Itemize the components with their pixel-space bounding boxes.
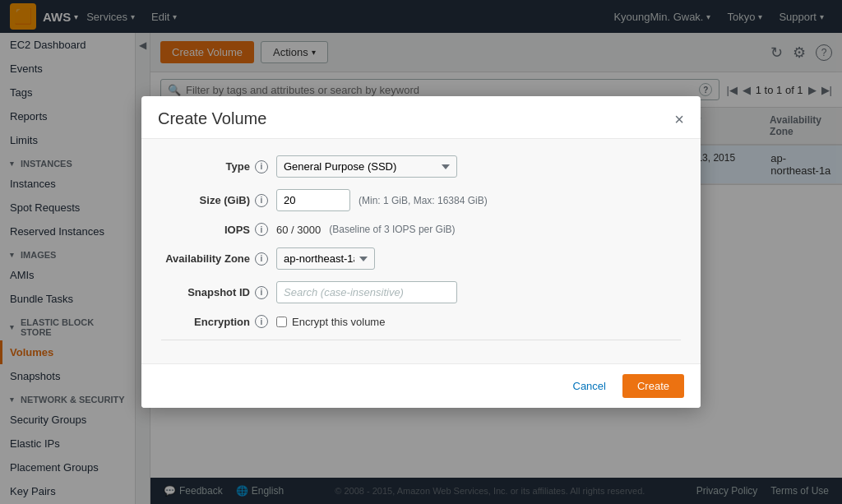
snapshot-info-icon[interactable]: i: [255, 286, 268, 299]
iops-hint: (Baseline of 3 IOPS per GiB): [329, 224, 455, 235]
form-row-snapshot: Snapshot ID i: [161, 281, 681, 303]
encrypt-checkbox-row: Encrypt this volume: [276, 316, 385, 328]
snapshot-input[interactable]: [276, 281, 457, 303]
encryption-label: Encryption i: [161, 315, 276, 328]
size-control: (Min: 1 GiB, Max: 16384 GiB): [276, 189, 681, 211]
snapshot-label: Snapshot ID i: [161, 286, 276, 299]
az-info-icon[interactable]: i: [255, 252, 268, 266]
form-row-size: Size (GiB) i (Min: 1 GiB, Max: 16384 GiB…: [161, 189, 681, 211]
snapshot-control: [276, 281, 681, 303]
modal-body: Type i General Purpose (SSD) Size (GiB) …: [141, 139, 701, 363]
modal-header: Create Volume ×: [141, 96, 701, 139]
iops-control: 60 / 3000 (Baseline of 3 IOPS per GiB): [276, 224, 681, 236]
az-select[interactable]: ap-northeast-1a: [276, 247, 375, 270]
size-label: Size (GiB) i: [161, 194, 276, 207]
type-label: Type i: [161, 160, 276, 173]
cancel-button[interactable]: Cancel: [567, 375, 613, 397]
create-button[interactable]: Create: [622, 374, 684, 398]
form-row-encryption: Encryption i Encrypt this volume: [161, 315, 681, 328]
modal-close-button[interactable]: ×: [674, 111, 684, 127]
type-select[interactable]: General Purpose (SSD): [276, 155, 457, 178]
size-hint: (Min: 1 GiB, Max: 16384 GiB): [359, 195, 488, 206]
form-row-az: Availability Zone i ap-northeast-1a: [161, 247, 681, 270]
size-info-icon[interactable]: i: [255, 194, 268, 207]
size-input[interactable]: [276, 189, 350, 211]
modal-footer: Cancel Create: [141, 363, 701, 408]
form-row-type: Type i General Purpose (SSD): [161, 155, 681, 178]
iops-info-icon[interactable]: i: [255, 223, 268, 236]
type-info-icon[interactable]: i: [255, 160, 268, 173]
encryption-info-icon[interactable]: i: [255, 315, 268, 328]
form-row-iops: IOPS i 60 / 3000 (Baseline of 3 IOPS per…: [161, 223, 681, 236]
az-label: Availability Zone i: [161, 252, 276, 266]
encrypt-label[interactable]: Encrypt this volume: [292, 316, 385, 328]
encrypt-checkbox[interactable]: [276, 317, 287, 327]
iops-value: 60 / 3000: [276, 224, 321, 236]
modal-divider: [161, 340, 681, 340]
modal-title: Create Volume: [158, 109, 266, 128]
iops-label: IOPS i: [161, 223, 276, 236]
type-control: General Purpose (SSD): [276, 155, 681, 178]
encryption-control: Encrypt this volume: [276, 316, 681, 328]
az-control: ap-northeast-1a: [276, 247, 681, 270]
modal-overlay: Create Volume × Type i General Purpose (…: [0, 0, 842, 504]
create-volume-modal: Create Volume × Type i General Purpose (…: [141, 96, 701, 408]
